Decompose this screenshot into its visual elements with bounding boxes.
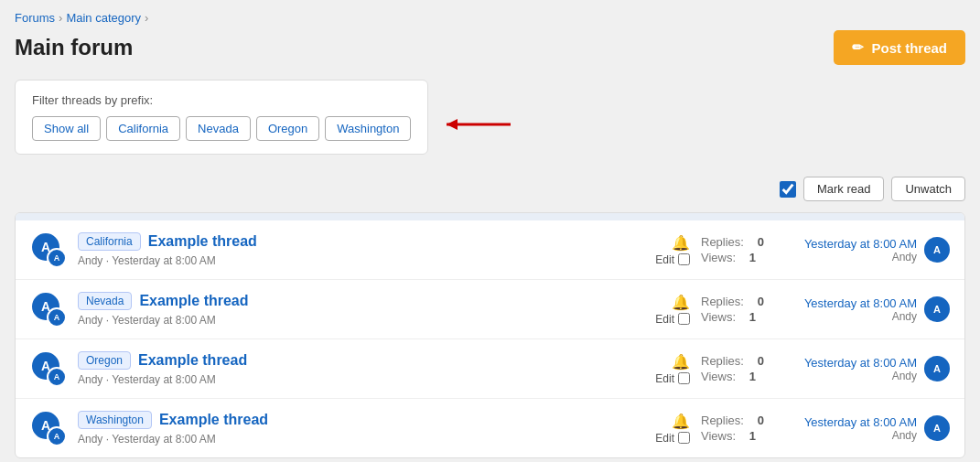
thread-author[interactable]: Andy xyxy=(78,254,102,267)
thread-info: Nevada Example thread Andy · Yesterday a… xyxy=(78,292,644,327)
thread-checkbox[interactable] xyxy=(678,313,690,325)
thread-meta: Andy · Yesterday at 8:00 AM xyxy=(78,373,644,386)
avatar-sub: A xyxy=(47,367,67,387)
thread-title[interactable]: Example thread xyxy=(138,352,247,369)
thread-title[interactable]: Example thread xyxy=(148,233,257,250)
last-post-info: Yesterday at 8:00 AM Andy xyxy=(804,237,917,263)
unwatch-button[interactable]: Unwatch xyxy=(891,177,965,201)
last-post-time[interactable]: Yesterday at 8:00 AM xyxy=(804,356,917,370)
last-post-avatar: A xyxy=(924,356,950,381)
thread-last-post: Yesterday at 8:00 AM Andy A xyxy=(785,296,950,323)
breadcrumb-sep-2: › xyxy=(145,11,148,25)
thread-title[interactable]: Example thread xyxy=(159,412,268,428)
edit-link[interactable]: Edit xyxy=(655,372,674,385)
prefix-badge[interactable]: California xyxy=(78,232,141,251)
replies-stat: Replies: 0 xyxy=(701,295,764,308)
thread-actions: 🔔 Edit xyxy=(655,353,690,385)
last-post-avatar: A xyxy=(924,296,950,322)
thread-checkbox[interactable] xyxy=(678,432,690,444)
thread-author[interactable]: Andy xyxy=(78,314,102,327)
last-post-right: Yesterday at 8:00 AM Andy A xyxy=(804,296,950,323)
edit-checkbox-row: Edit xyxy=(655,253,690,266)
views-label: Views: xyxy=(701,370,736,383)
filter-btn-show-all[interactable]: Show all xyxy=(32,116,101,141)
filter-btn-washington[interactable]: Washington xyxy=(325,116,411,141)
views-label: Views: xyxy=(701,429,736,443)
replies-value: 0 xyxy=(749,414,764,427)
thread-stats: Replies: 0 Views: 1 xyxy=(701,235,774,264)
select-all-checkbox[interactable] xyxy=(780,181,796,198)
breadcrumb-sep-1: › xyxy=(59,11,62,25)
thread-checkbox[interactable] xyxy=(678,253,690,265)
prefix-badge[interactable]: Nevada xyxy=(78,292,132,310)
page-header: Main forum ✏ Post thread xyxy=(15,30,965,65)
post-thread-label: Post thread xyxy=(871,40,947,56)
post-thread-button[interactable]: ✏ Post thread xyxy=(834,30,965,65)
prefix-badge[interactable]: Oregon xyxy=(78,351,131,370)
thread-actions: 🔔 Edit xyxy=(655,413,690,445)
filter-btn-nevada[interactable]: Nevada xyxy=(186,116,251,141)
views-stat: Views: 1 xyxy=(701,310,756,324)
last-post-avatar: A xyxy=(924,415,950,441)
thread-author[interactable]: Andy xyxy=(78,373,102,386)
last-post-user: Andy xyxy=(804,429,917,442)
views-value: 1 xyxy=(741,310,756,324)
last-post-avatar: A xyxy=(924,237,950,263)
thread-timestamp: Yesterday at 8:00 AM xyxy=(112,254,216,267)
filter-area: Filter threads by prefix: Show all Calif… xyxy=(15,80,428,169)
last-post-user: Andy xyxy=(804,370,917,382)
last-post-user: Andy xyxy=(804,310,917,323)
thread-timestamp: Yesterday at 8:00 AM xyxy=(112,433,216,446)
breadcrumb-main-category[interactable]: Main category xyxy=(66,11,141,25)
last-post-right: Yesterday at 8:00 AM Andy A xyxy=(804,356,950,382)
threads-header-bar xyxy=(16,213,964,220)
thread-stats: Replies: 0 Views: 1 xyxy=(701,354,774,383)
replies-label: Replies: xyxy=(701,414,744,427)
bell-icon[interactable]: 🔔 xyxy=(672,413,690,430)
views-stat: Views: 1 xyxy=(701,251,756,264)
bell-icon[interactable]: 🔔 xyxy=(672,353,690,371)
thread-actions: 🔔 Edit xyxy=(655,234,690,266)
filter-box: Filter threads by prefix: Show all Calif… xyxy=(15,80,428,155)
thread-meta: Andy · Yesterday at 8:00 AM xyxy=(78,254,644,267)
avatar-stack: A A xyxy=(30,231,67,268)
edit-link[interactable]: Edit xyxy=(655,253,674,266)
bell-icon[interactable]: 🔔 xyxy=(672,234,690,252)
thread-title[interactable]: Example thread xyxy=(139,293,248,309)
replies-value: 0 xyxy=(749,354,764,368)
last-post-time[interactable]: Yesterday at 8:00 AM xyxy=(804,237,917,251)
views-value: 1 xyxy=(741,429,756,443)
last-post-time[interactable]: Yesterday at 8:00 AM xyxy=(804,415,917,429)
avatar-sub: A xyxy=(47,248,67,268)
threads-container: A A California Example thread Andy · Yes… xyxy=(15,212,965,458)
thread-meta: Andy · Yesterday at 8:00 AM xyxy=(78,314,644,327)
svg-marker-1 xyxy=(447,119,458,130)
views-value: 1 xyxy=(741,251,756,264)
filter-btn-california[interactable]: California xyxy=(106,116,180,141)
thread-title-row: Nevada Example thread xyxy=(78,292,644,310)
last-post-info: Yesterday at 8:00 AM Andy xyxy=(804,356,917,382)
table-row: A A Nevada Example thread Andy · Yesterd… xyxy=(16,280,964,339)
filter-btn-oregon[interactable]: Oregon xyxy=(256,116,319,141)
views-stat: Views: 1 xyxy=(701,370,756,383)
thread-title-row: California Example thread xyxy=(78,232,644,251)
thread-checkbox[interactable] xyxy=(678,372,690,384)
thread-info: California Example thread Andy · Yesterd… xyxy=(78,232,644,267)
replies-stat: Replies: 0 xyxy=(701,354,764,368)
replies-value: 0 xyxy=(749,235,764,249)
last-post-time[interactable]: Yesterday at 8:00 AM xyxy=(804,296,917,310)
last-post-right: Yesterday at 8:00 AM Andy A xyxy=(804,415,950,442)
edit-link[interactable]: Edit xyxy=(655,432,674,445)
views-value: 1 xyxy=(741,370,756,383)
thread-author[interactable]: Andy xyxy=(78,433,102,446)
breadcrumb-forums[interactable]: Forums xyxy=(15,11,55,25)
thread-actions: 🔔 Edit xyxy=(655,294,690,326)
edit-link[interactable]: Edit xyxy=(655,313,674,326)
replies-label: Replies: xyxy=(701,354,744,368)
replies-label: Replies: xyxy=(701,235,744,249)
thread-timestamp: Yesterday at 8:00 AM xyxy=(112,314,216,327)
last-post-info: Yesterday at 8:00 AM Andy xyxy=(804,415,917,442)
bell-icon[interactable]: 🔔 xyxy=(672,294,690,311)
mark-read-button[interactable]: Mark read xyxy=(803,177,885,201)
prefix-badge[interactable]: Washington xyxy=(78,411,152,429)
